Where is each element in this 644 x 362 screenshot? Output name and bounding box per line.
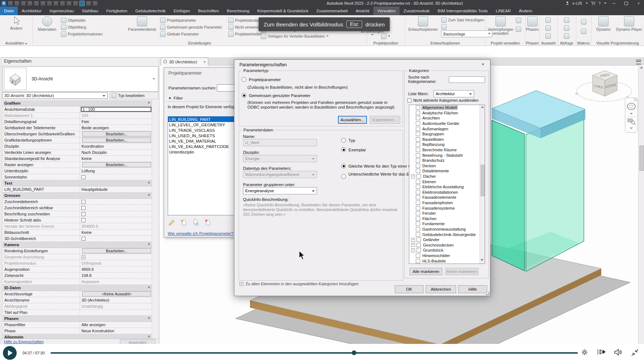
property-value[interactable]: 100 bbox=[80, 113, 152, 118]
sonnenbahn-checkbox[interactable] bbox=[81, 175, 85, 179]
discipline-select[interactable]: Energie bbox=[243, 155, 317, 162]
category-fassadenelemente[interactable]: Fassadenelemente bbox=[409, 195, 485, 200]
section-header-id-daten[interactable]: ID-Daten^ bbox=[3, 285, 152, 291]
text-icon[interactable] bbox=[60, 1, 65, 6]
instance-radio[interactable]: Exemplar bbox=[341, 147, 366, 152]
ribbon-tab-linear[interactable]: LINEAR bbox=[492, 7, 515, 15]
panel-schedule-templates-button[interactable]: Vorlagen für Verteiler-Bauteillisten bbox=[261, 33, 329, 39]
collapse-icon[interactable]: ^ bbox=[148, 101, 150, 105]
property-value[interactable] bbox=[80, 174, 152, 180]
category-bepflanzung[interactable]: Bepflanzung bbox=[409, 142, 485, 147]
group-under-select[interactable]: Energieanalyse bbox=[243, 187, 317, 194]
category-bewehrung-stabstahl[interactable]: Bewehrung - Stabstahl bbox=[409, 152, 485, 158]
panel-label-auswaehlen[interactable]: Auswählen bbox=[0, 41, 33, 45]
ribbon-tab-bim-interoperabilit-ts-tools[interactable]: BIM Interoperabilitäts Tools bbox=[434, 7, 492, 15]
ids-of-selection-button[interactable] bbox=[564, 17, 569, 23]
ok-button[interactable]: OK bbox=[395, 285, 423, 293]
category-d-cher[interactable]: +Dächer bbox=[409, 174, 485, 179]
type-radio[interactable]: Typ bbox=[341, 138, 355, 143]
cancel-button[interactable]: Abbrechen bbox=[426, 285, 456, 293]
coordinates-button[interactable] bbox=[381, 33, 390, 39]
category-checkbox[interactable] bbox=[417, 243, 421, 247]
category-allgemeines-modell[interactable]: Allgemeines Modell bbox=[409, 105, 485, 110]
property-value[interactable]: 3D (Architektur) bbox=[80, 297, 152, 303]
collapse-icon[interactable]: ^ bbox=[148, 181, 150, 185]
category-checkbox[interactable] bbox=[416, 222, 420, 226]
user-icon[interactable] bbox=[565, 1, 569, 6]
category-checkbox[interactable] bbox=[416, 127, 420, 131]
save-selection-button[interactable] bbox=[545, 17, 551, 23]
open-icon[interactable] bbox=[8, 1, 13, 6]
category-ansichten[interactable]: Ansichten bbox=[409, 115, 485, 121]
section-header-phasen[interactable]: Phasen^ bbox=[3, 316, 152, 322]
playhead[interactable] bbox=[352, 350, 356, 355]
scroll-thumb[interactable] bbox=[639, 146, 644, 171]
berschreibungen-sichtbarkeit-grafiken-button[interactable]: Bearbeiten... bbox=[82, 131, 151, 136]
delete-parameter-icon[interactable] bbox=[204, 219, 211, 227]
property-value[interactable] bbox=[80, 217, 152, 223]
macro-manager-button[interactable] bbox=[581, 19, 586, 25]
category-audiovisuelle-ger-te[interactable]: Audiovisuelle Geräte bbox=[409, 121, 485, 126]
section-header-kamera[interactable]: Kamera^ bbox=[3, 242, 152, 248]
ribbon-tab-k-rpermodell-grundst-ck[interactable]: Körpermodell & Grundstück bbox=[253, 7, 312, 15]
category-checkbox[interactable] bbox=[416, 132, 420, 136]
close-hidden-windows-icon[interactable] bbox=[86, 1, 91, 6]
view-selector-combo[interactable]: 3D-Ansicht: 3D (Architektur) bbox=[3, 92, 108, 99]
projektparameter-button[interactable]: Projektparameter bbox=[160, 17, 196, 23]
property-value[interactable] bbox=[80, 211, 152, 217]
edit-parameter-icon[interactable] bbox=[168, 219, 175, 227]
category-fenster[interactable]: Fenster bbox=[409, 211, 485, 216]
property-value[interactable]: 4959.9 bbox=[80, 266, 152, 272]
ribbon-tab-ingenieurbau[interactable]: Ingenieurbau bbox=[46, 7, 78, 15]
seek-bar[interactable] bbox=[51, 352, 578, 354]
volume-icon[interactable] bbox=[614, 349, 622, 357]
category-checkbox[interactable] bbox=[416, 201, 420, 205]
section-header-grafiken[interactable]: Grafiken^ bbox=[3, 100, 152, 106]
cart-icon[interactable] bbox=[591, 1, 595, 6]
property-value[interactable]: Alle anzeigen bbox=[80, 322, 152, 328]
ribbon-tab-stahlbau[interactable]: Stahlbau bbox=[78, 7, 102, 15]
view-tab[interactable]: 3D (Architektur) × bbox=[160, 58, 208, 66]
category-checkbox[interactable] bbox=[416, 164, 420, 168]
dynamo-button[interactable]: Dynamo bbox=[593, 16, 614, 31]
ansichtsma-stab-input[interactable]: 1 : 100 bbox=[81, 107, 151, 112]
type-selector[interactable]: 3D-Ansicht bbox=[3, 66, 158, 92]
property-value[interactable] bbox=[80, 205, 152, 211]
property-value[interactable]: Nach Disziplin bbox=[80, 150, 152, 155]
modify-button[interactable]: Ändern bbox=[7, 16, 25, 30]
ribbon-tab-verwalten[interactable]: Verwalten bbox=[373, 7, 400, 15]
ribbon-tab-zusatzmodule[interactable]: Zusatzmodule bbox=[400, 7, 434, 15]
expand-icon[interactable]: + bbox=[411, 174, 415, 178]
revit-logo-icon[interactable]: R bbox=[1, 1, 7, 6]
ribbon-tab-berechnung[interactable]: Berechnung bbox=[223, 7, 253, 15]
property-value[interactable]: 304800.0 bbox=[80, 223, 152, 229]
playback-speed-icon[interactable] bbox=[597, 349, 606, 357]
property-value[interactable]: Orthogonal bbox=[80, 260, 152, 266]
decal-button[interactable] bbox=[516, 17, 521, 23]
expand-icon[interactable]: + bbox=[411, 248, 415, 252]
manage-links-button[interactable]: Verknüpfungen verwalten bbox=[487, 16, 514, 35]
property-value[interactable]: Neue Konstruktion bbox=[80, 328, 152, 334]
export-button[interactable]: Exportieren... bbox=[370, 116, 400, 124]
category-checkbox[interactable] bbox=[416, 137, 420, 142]
category-gastronomieausstattung[interactable]: Gastronomieausstattung bbox=[409, 227, 485, 232]
help-button[interactable]: Hilfe bbox=[458, 285, 487, 293]
category-hls-bauteile[interactable]: HLS-Bauteile bbox=[409, 258, 485, 264]
section-header-text[interactable]: Text^ bbox=[3, 180, 152, 186]
property-value[interactable]: Fein bbox=[80, 119, 152, 125]
category-checkbox[interactable] bbox=[416, 185, 420, 189]
view-tab-close-icon[interactable]: × bbox=[204, 60, 206, 64]
category-decken[interactable]: Decken bbox=[409, 163, 485, 169]
dynamo-player-button[interactable]: Dynamo Player bbox=[615, 16, 643, 31]
category-fassadenpfosten[interactable]: Fassadenpfosten bbox=[409, 200, 485, 206]
shared-parameter-radio[interactable]: Gemeinsam genutzter Parameter bbox=[242, 93, 310, 98]
grafikdarstellungsoptionen-button[interactable]: Bearbeiten... bbox=[82, 138, 151, 143]
category-fl-chen[interactable]: Flächen bbox=[409, 216, 485, 221]
edit-selection-button[interactable] bbox=[545, 33, 551, 39]
switch-windows-icon[interactable] bbox=[92, 1, 98, 6]
navigation-bar[interactable] bbox=[624, 96, 639, 134]
category-search-input[interactable] bbox=[449, 76, 485, 83]
design-options-button[interactable]: Entwurfsoptionen bbox=[408, 16, 438, 31]
property-value[interactable]: <Keine Auswahl> bbox=[80, 291, 152, 297]
resize-grip[interactable] bbox=[486, 291, 489, 295]
